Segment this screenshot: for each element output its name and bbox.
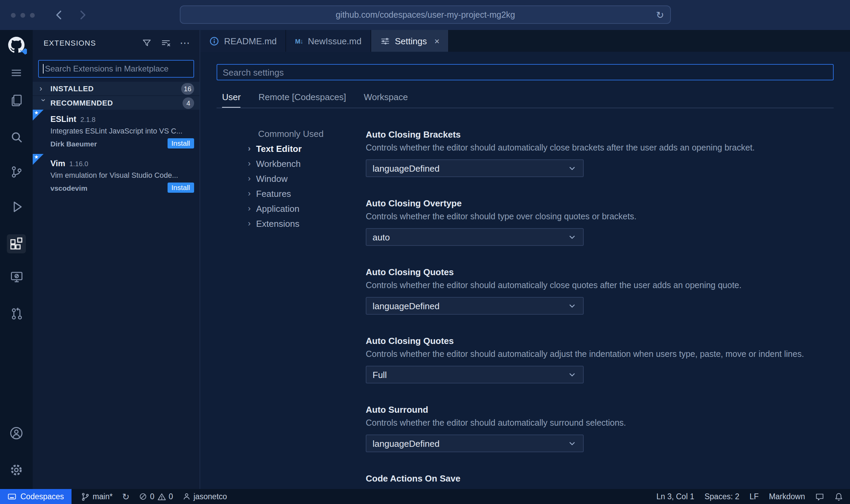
- extension-name: ESLint: [50, 114, 76, 124]
- toc-window[interactable]: ›Window: [248, 171, 366, 186]
- sync-icon: ↻: [122, 492, 130, 501]
- chevron-right-icon: ›: [248, 204, 256, 212]
- setting-auto-surround: Auto Surround Controls whether the edito…: [366, 404, 834, 452]
- url-text: github.com/codespaces/user-my-project-mg…: [336, 10, 515, 19]
- install-button[interactable]: Install: [167, 138, 194, 148]
- status-bar: Codespaces main* ↻ 0 0 jasonetco Ln 3, C…: [0, 489, 850, 504]
- chevron-right-icon: ›: [248, 159, 256, 168]
- notifications-button[interactable]: [834, 492, 843, 501]
- more-actions-icon[interactable]: ⋯: [180, 40, 190, 46]
- scope-tab-workspace[interactable]: Workspace: [364, 92, 408, 108]
- installed-count-badge: 16: [181, 83, 194, 94]
- setting-dropdown[interactable]: Full: [366, 366, 584, 383]
- forward-icon[interactable]: [76, 9, 89, 21]
- search-icon[interactable]: [7, 127, 26, 146]
- settings-scope-tabs: User Remote [Codespaces] Workspace: [217, 92, 834, 108]
- extension-list-item-vim[interactable]: ★ Vim 1.16.0 Vim emulation for Visual St…: [33, 154, 200, 198]
- problems-button[interactable]: 0 0: [139, 492, 173, 501]
- toc-application[interactable]: ›Application: [248, 201, 366, 216]
- extension-version: 1.16.0: [69, 160, 89, 168]
- extensions-sidebar: EXTENSIONS ⋯ › INSTALLED 16 › RECOMMENDE…: [33, 30, 200, 489]
- extension-list-item-eslint[interactable]: ★ ESLint 2.1.8 Integrates ESLint JavaScr…: [33, 110, 200, 154]
- setting-auto-indent: Auto Closing Quotes Controls whether the…: [366, 335, 834, 383]
- person-icon: [183, 492, 191, 501]
- settings-search-input[interactable]: [217, 64, 834, 80]
- explorer-icon[interactable]: [7, 91, 26, 110]
- extension-description: Integrates ESLint JavaScript into VS C..…: [50, 127, 194, 135]
- extension-description: Vim emulation for Visual Studio Code...: [50, 171, 194, 179]
- settings-list: Auto Closing Brackets Controls whether t…: [366, 129, 834, 489]
- source-control-icon[interactable]: [7, 162, 26, 181]
- window-minimize-button[interactable]: [20, 13, 25, 17]
- chevron-right-icon: ›: [248, 174, 256, 183]
- toc-extensions[interactable]: ›Extensions: [248, 216, 366, 231]
- setting-code-actions-on-save: Code Actions On Save: [366, 473, 834, 484]
- section-installed[interactable]: › INSTALLED 16: [33, 82, 200, 95]
- info-icon: [209, 36, 219, 46]
- cursor-position-button[interactable]: Ln 3, Col 1: [656, 492, 694, 501]
- toc-workbench[interactable]: ›Workbench: [248, 156, 366, 171]
- window-zoom-button[interactable]: [30, 13, 35, 17]
- user-button[interactable]: jasonetco: [183, 492, 227, 501]
- chevron-right-icon: ›: [248, 189, 256, 198]
- url-bar[interactable]: github.com/codespaces/user-my-project-mg…: [180, 5, 671, 24]
- branch-button[interactable]: main*: [81, 492, 113, 501]
- window-controls[interactable]: [11, 0, 35, 30]
- feedback-button[interactable]: [815, 492, 824, 501]
- tab-newissue[interactable]: M↓ NewIssue.md: [286, 30, 371, 52]
- browser-titlebar: github.com/codespaces/user-my-project-mg…: [0, 0, 850, 30]
- setting-auto-closing-brackets: Auto Closing Brackets Controls whether t…: [366, 129, 834, 177]
- branch-icon: [81, 492, 90, 501]
- settings-editor: User Remote [Codespaces] Workspace Commo…: [200, 52, 850, 489]
- chevron-down-icon: [567, 301, 577, 311]
- setting-dropdown[interactable]: languageDefined: [366, 159, 584, 177]
- recommended-count-badge: 4: [183, 97, 194, 109]
- menu-icon[interactable]: [7, 63, 26, 82]
- run-debug-icon[interactable]: [7, 196, 26, 215]
- language-mode-button[interactable]: Markdown: [769, 492, 805, 501]
- markdown-icon: M↓: [295, 37, 303, 45]
- section-recommended[interactable]: › RECOMMENDED 4: [33, 96, 200, 110]
- remote-explorer-icon[interactable]: [7, 267, 26, 286]
- tab-settings[interactable]: Settings ×: [371, 30, 449, 52]
- toc-text-editor[interactable]: ›Text Editor: [248, 141, 366, 156]
- toc-commonly-used[interactable]: Commonly Used: [248, 126, 366, 141]
- scope-tab-remote[interactable]: Remote [Codespaces]: [258, 92, 346, 108]
- tab-readme[interactable]: README.md: [200, 30, 286, 52]
- settings-gear-icon[interactable]: [7, 460, 26, 479]
- setting-dropdown[interactable]: languageDefined: [366, 297, 584, 315]
- star-icon: ★: [34, 155, 38, 160]
- scope-tab-user[interactable]: User: [222, 92, 241, 108]
- window-close-button[interactable]: [11, 13, 16, 17]
- setting-dropdown[interactable]: auto: [366, 228, 584, 246]
- vscode-logo-icon: [20, 48, 27, 55]
- sync-button[interactable]: ↻: [122, 492, 130, 501]
- account-icon[interactable]: [7, 424, 26, 443]
- eol-button[interactable]: LF: [750, 492, 759, 501]
- indentation-button[interactable]: Spaces: 2: [705, 492, 739, 501]
- toc-features[interactable]: ›Features: [248, 186, 366, 201]
- pull-requests-icon[interactable]: [7, 304, 26, 323]
- chevron-down-icon: [567, 439, 577, 448]
- errors-icon: [139, 492, 147, 501]
- extension-author: vscodevim: [50, 184, 88, 192]
- chevron-right-icon: ›: [40, 84, 48, 93]
- install-button[interactable]: Install: [167, 183, 194, 193]
- extension-author: Dirk Baeumer: [50, 139, 97, 147]
- sliders-icon: [380, 36, 390, 46]
- setting-auto-closing-quotes: Auto Closing Quotes Controls whether the…: [366, 266, 834, 315]
- setting-dropdown[interactable]: languageDefined: [366, 435, 584, 452]
- back-icon[interactable]: [53, 9, 65, 21]
- bell-icon: [834, 492, 843, 501]
- chevron-right-icon: ›: [248, 144, 256, 153]
- reload-icon[interactable]: ↻: [656, 9, 664, 21]
- extensions-search-input[interactable]: [38, 60, 194, 78]
- clear-search-icon[interactable]: [161, 38, 171, 48]
- codespaces-remote-button[interactable]: Codespaces: [0, 489, 72, 504]
- settings-toc: Commonly Used ›Text Editor ›Workbench ›W…: [217, 126, 366, 489]
- close-icon[interactable]: ×: [434, 36, 439, 45]
- warnings-icon: [157, 492, 166, 501]
- extensions-icon[interactable]: [7, 234, 26, 253]
- filter-icon[interactable]: [142, 38, 152, 48]
- codespaces-icon: [7, 492, 16, 501]
